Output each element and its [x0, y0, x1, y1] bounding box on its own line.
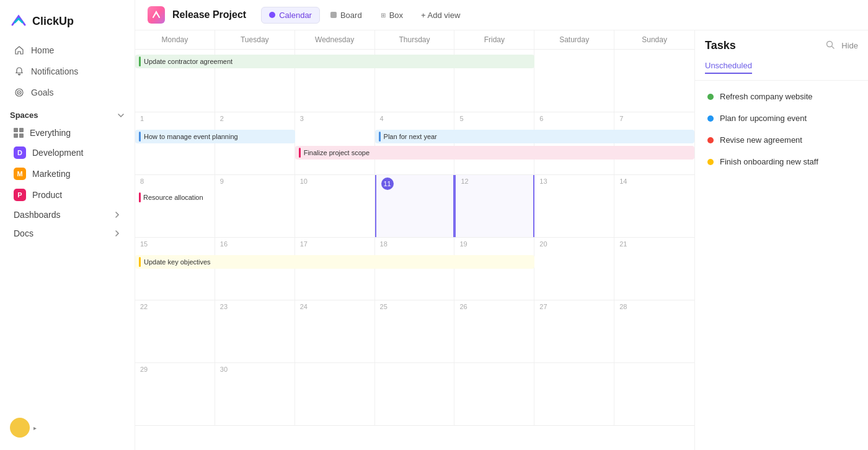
week3-cell5[interactable]: 20 — [534, 238, 614, 300]
week2-cell6[interactable]: 14 — [614, 175, 694, 237]
week3-cell4[interactable]: 19 — [454, 238, 534, 300]
task-label-refresh: Refresh company website — [720, 92, 813, 101]
week1-cell0[interactable]: 1 — [135, 112, 215, 174]
week0-cell2[interactable] — [295, 50, 375, 112]
date-17: 17 — [300, 240, 370, 248]
date-2: 2 — [220, 115, 290, 122]
user-avatar[interactable] — [10, 418, 30, 438]
grid-icon — [14, 128, 24, 138]
sidebar-item-everything[interactable]: Everything — [4, 124, 131, 142]
date-1: 1 — [140, 115, 210, 122]
sidebar-item-dashboards[interactable]: Dashboards — [4, 205, 131, 224]
week4-cell5[interactable]: 27 — [534, 300, 614, 362]
week4-cell6[interactable]: 28 — [614, 300, 694, 362]
docs-label: Docs — [14, 228, 33, 238]
week-row-3: 15 16 17 18 19 20 21 Update key objectiv… — [135, 238, 694, 300]
week5-cell4[interactable] — [454, 363, 534, 425]
sidebar-item-marketing[interactable]: M Marketing — [4, 163, 131, 184]
goals-label: Goals — [31, 88, 54, 97]
week1-cell2[interactable]: 3 — [295, 112, 375, 174]
day-sunday: Sunday — [614, 30, 694, 49]
week4-cell0[interactable]: 22 — [135, 300, 215, 362]
clickup-logo-icon — [10, 12, 27, 30]
task-label-onboard: Finish onboarding new staff — [720, 157, 818, 166]
notifications-label: Notifications — [31, 66, 78, 76]
day-thursday: Thursday — [375, 30, 455, 49]
week0-cell6[interactable] — [614, 50, 694, 112]
week3-cell3[interactable]: 18 — [375, 238, 455, 300]
week3-cell6[interactable]: 21 — [614, 238, 694, 300]
week2-cell4[interactable]: 12 — [454, 175, 534, 237]
week0-cell1[interactable] — [215, 50, 295, 112]
date-7: 7 — [619, 115, 689, 122]
svg-line-4 — [832, 46, 835, 48]
sidebar: ClickUp Home Notifications Goals Spaces … — [0, 0, 135, 450]
sidebar-item-notifications[interactable]: Notifications — [4, 61, 131, 82]
week4-cell4[interactable]: 26 — [454, 300, 534, 362]
week5-cell2[interactable] — [295, 363, 375, 425]
sidebar-item-development[interactable]: D Development — [4, 142, 131, 163]
add-view-button[interactable]: + Add view — [414, 7, 467, 23]
tasks-panel: Tasks Hide Unscheduled Refresh company w… — [694, 30, 868, 450]
date-6: 6 — [539, 115, 609, 122]
week4-cell3[interactable]: 25 — [375, 300, 455, 362]
week1-cell1[interactable]: 2 — [215, 112, 295, 174]
task-item-plan-event[interactable]: Plan for upcoming event — [698, 107, 866, 129]
week3-cell0[interactable]: 15 — [135, 238, 215, 300]
week5-cell0[interactable]: 29 — [135, 363, 215, 425]
calendar-main: Monday Tuesday Wednesday Thursday Friday… — [135, 30, 694, 450]
week5-cell3[interactable] — [375, 363, 455, 425]
sidebar-item-home[interactable]: Home — [4, 40, 131, 61]
tasks-search-icon[interactable] — [826, 40, 835, 52]
week1-cell6[interactable]: 7 — [614, 112, 694, 174]
tab-board[interactable]: Board — [322, 7, 370, 24]
week3-cell1[interactable]: 16 — [215, 238, 295, 300]
chevron-down-icon — [117, 112, 125, 119]
home-label: Home — [31, 45, 54, 55]
task-item-revise[interactable]: Revise new agreement — [698, 129, 866, 151]
week0-cell4[interactable] — [454, 50, 534, 112]
sidebar-bottom: ▸ — [0, 413, 135, 443]
sidebar-item-docs[interactable]: Docs — [4, 224, 131, 243]
day-monday: Monday — [135, 30, 215, 49]
week2-cell0[interactable]: 8 — [135, 175, 215, 237]
tab-unscheduled[interactable]: Unscheduled — [705, 61, 752, 74]
week0-cell5[interactable] — [534, 50, 614, 112]
week1-cell4[interactable]: 5 — [454, 112, 534, 174]
week1-cell3[interactable]: 4 — [375, 112, 455, 174]
week3-cell2[interactable]: 17 — [295, 238, 375, 300]
task-list: Refresh company website Plan for upcomin… — [695, 81, 868, 450]
week2-cell3-today[interactable]: 11 — [375, 175, 455, 237]
week4-cell2[interactable]: 24 — [295, 300, 375, 362]
box-tab-icon: ⊞ — [381, 12, 386, 19]
hide-button[interactable]: Hide — [841, 41, 858, 50]
tab-box[interactable]: ⊞ Box — [373, 7, 411, 24]
week1-cell5[interactable]: 6 — [534, 112, 614, 174]
product-label: Product — [32, 190, 62, 200]
product-icon: P — [14, 189, 26, 201]
tab-calendar[interactable]: Calendar — [261, 7, 320, 24]
task-item-refresh[interactable]: Refresh company website — [698, 86, 866, 107]
week0-cell3[interactable] — [375, 50, 455, 112]
week2-cell5[interactable]: 13 — [534, 175, 614, 237]
user-menu-chevron[interactable]: ▸ — [33, 425, 37, 431]
week5-cell6[interactable] — [614, 363, 694, 425]
week4-cell1[interactable]: 23 — [215, 300, 295, 362]
project-icon — [148, 6, 165, 24]
week2-cell1[interactable]: 9 — [215, 175, 295, 237]
week5-cell5[interactable] — [534, 363, 614, 425]
chevron-right-icon — [113, 211, 121, 218]
sidebar-item-goals[interactable]: Goals — [4, 82, 131, 103]
everything-label: Everything — [30, 128, 71, 138]
date-30: 30 — [220, 366, 290, 373]
week0-cell0[interactable] — [135, 50, 215, 112]
day-friday: Friday — [454, 30, 534, 49]
week5-cell1[interactable]: 30 — [215, 363, 295, 425]
sidebar-item-product[interactable]: P Product — [4, 184, 131, 205]
spaces-section-header[interactable]: Spaces — [0, 103, 135, 124]
tasks-header-actions: Hide — [826, 40, 858, 52]
week2-cell2[interactable]: 10 — [295, 175, 375, 237]
task-item-onboard[interactable]: Finish onboarding new staff — [698, 151, 866, 173]
task-label-revise: Revise new agreement — [720, 135, 802, 145]
app-logo[interactable]: ClickUp — [0, 7, 135, 40]
